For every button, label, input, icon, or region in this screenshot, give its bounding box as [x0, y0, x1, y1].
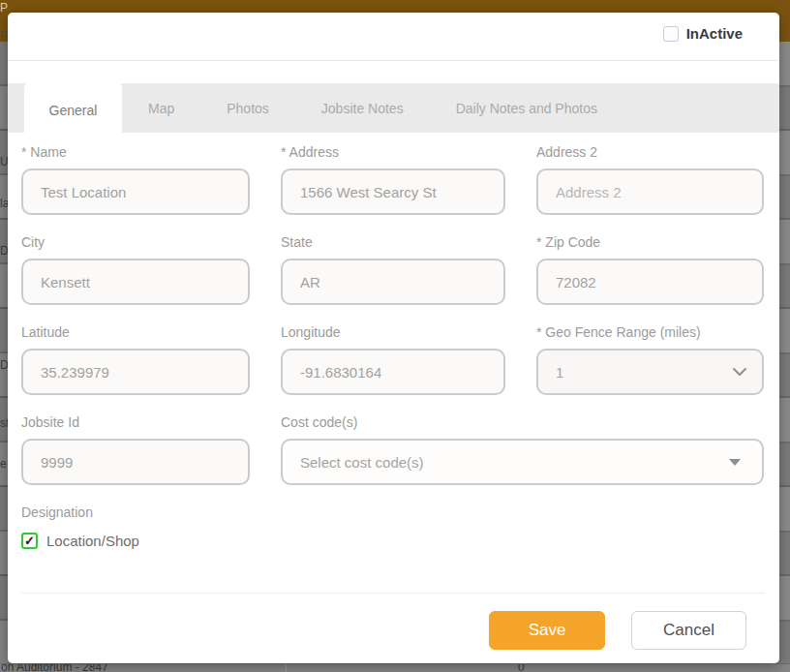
field-city: City	[21, 234, 250, 305]
city-input[interactable]	[21, 259, 250, 305]
address-input[interactable]	[281, 168, 505, 215]
address-label: * Address	[281, 144, 505, 161]
tab-daily-notes-and-photos[interactable]: Daily Notes and Photos	[430, 83, 623, 133]
field-geofence: * Geo Fence Range (miles) 1	[536, 324, 764, 395]
address2-input[interactable]	[536, 168, 764, 215]
location-shop-label: Location/Shop	[46, 533, 139, 549]
zip-label: * Zip Code	[536, 234, 764, 251]
background-page-left-edge	[0, 42, 8, 663]
state-input[interactable]	[281, 259, 505, 305]
form-row-3: Latitude Longitude * Geo Fence Range (mi…	[21, 324, 765, 395]
cost-codes-placeholder: Select cost code(s)	[300, 454, 424, 471]
background-row-value: 0	[518, 663, 525, 672]
background-row-text: on Auditorium - 2847	[1, 663, 108, 672]
location-shop-checkbox[interactable]: ✓	[21, 533, 38, 549]
tab-bar: General Map Photos Jobsite Notes Daily N…	[8, 83, 779, 133]
designation-label: Designation	[21, 504, 765, 521]
name-label: * Name	[21, 144, 250, 161]
state-label: State	[281, 234, 505, 251]
city-label: City	[21, 234, 250, 251]
geofence-label: * Geo Fence Range (miles)	[536, 324, 764, 341]
modal-header: InActive	[8, 13, 779, 61]
field-cost-codes: Cost code(s) Select cost code(s)	[281, 414, 764, 485]
field-zip: * Zip Code	[536, 234, 764, 305]
tab-photos[interactable]: Photos	[200, 83, 295, 133]
chevron-down-icon	[733, 368, 746, 377]
jobsite-id-label: Jobsite Id	[21, 414, 250, 431]
field-address: * Address	[281, 144, 505, 215]
field-address2: Address 2	[536, 144, 764, 215]
cost-codes-label: Cost code(s)	[281, 414, 764, 431]
location-shop-checkbox-row[interactable]: ✓ Location/Shop	[21, 533, 765, 549]
field-jobsite-id: Jobsite Id	[21, 414, 250, 485]
cancel-button[interactable]: Cancel	[631, 611, 746, 650]
geofence-select[interactable]: 1	[536, 349, 764, 395]
zip-input[interactable]	[536, 259, 764, 305]
form-row-4: Jobsite Id Cost code(s) Select cost code…	[21, 414, 765, 485]
tab-jobsite-notes[interactable]: Jobsite Notes	[295, 83, 430, 133]
latitude-label: Latitude	[21, 324, 250, 341]
background-table-row: on Auditorium - 2847 0	[0, 663, 790, 672]
form-row-1: * Name * Address Address 2	[21, 144, 765, 215]
field-name: * Name	[21, 144, 250, 215]
field-latitude: Latitude	[21, 324, 250, 395]
inactive-checkbox-row[interactable]: InActive	[663, 25, 743, 42]
header-gap	[8, 61, 779, 83]
dropdown-arrow-icon	[729, 459, 741, 466]
geofence-selected-value: 1	[556, 364, 563, 381]
field-state: State	[281, 234, 505, 305]
tab-general[interactable]: General	[24, 83, 122, 137]
address2-label: Address 2	[536, 144, 764, 161]
modal-footer: Save Cancel	[21, 594, 765, 650]
save-button[interactable]: Save	[489, 611, 605, 650]
tab-map[interactable]: Map	[122, 83, 200, 133]
field-longitude: Longitude	[281, 324, 505, 395]
cost-codes-multiselect[interactable]: Select cost code(s)	[281, 439, 764, 485]
longitude-input[interactable]	[281, 349, 505, 395]
latitude-input[interactable]	[21, 349, 250, 395]
inactive-checkbox-label: InActive	[686, 25, 743, 42]
general-form: * Name * Address Address 2 City State	[8, 133, 779, 650]
inactive-checkbox[interactable]	[663, 26, 679, 42]
name-input[interactable]	[21, 168, 250, 215]
jobsite-id-input[interactable]	[21, 439, 250, 485]
background-page-right-edge	[779, 42, 790, 663]
longitude-label: Longitude	[281, 324, 505, 341]
form-row-2: City State * Zip Code	[21, 234, 765, 305]
edit-location-modal: InActive General Map Photos Jobsite Note…	[8, 13, 779, 663]
field-designation: Designation ✓ Location/Shop	[21, 504, 765, 549]
background-column-divider	[286, 664, 287, 672]
checkmark-icon: ✓	[24, 535, 35, 547]
